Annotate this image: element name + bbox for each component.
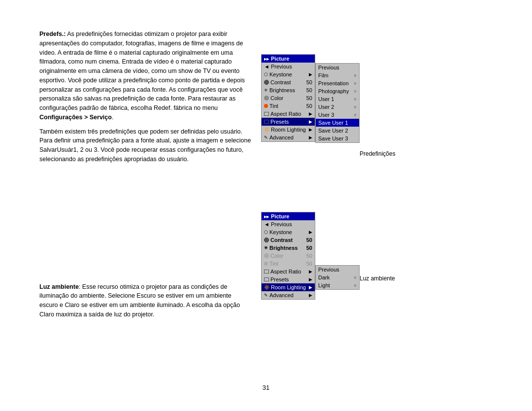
section1-para2: Também existem três predefinições que po…: [39, 127, 251, 164]
submenu1-item-photography[interactable]: Photography ○: [316, 87, 359, 95]
menu2-container: ▸▸ Picture ◄ Previous ⬡ Keystone ▶ Contr…: [261, 212, 360, 300]
menu1-item-keystone[interactable]: ⬡ Keystone ▶: [262, 70, 315, 78]
menu2-main[interactable]: ▸▸ Picture ◄ Previous ⬡ Keystone ▶ Contr…: [261, 212, 315, 300]
menu1-item-tint[interactable]: Tint 50: [262, 102, 315, 110]
menu2-item-aspect[interactable]: Aspect Ratio ▶: [262, 268, 315, 275]
section2-text: Luz ambiente: Esse recurso otimiza o pro…: [39, 282, 251, 319]
section1-menu-bold: Configurações > Serviço: [39, 114, 112, 121]
menu1-item-brightness[interactable]: ✳ Brightness 50: [262, 86, 315, 94]
page-number: 31: [263, 384, 269, 391]
section2-bold: Luz ambiente: [39, 283, 79, 290]
submenu2-item-previous[interactable]: Previous: [316, 266, 359, 274]
menu2-item-presets[interactable]: Presets ▶: [262, 275, 315, 283]
submenu1-item-user1[interactable]: User 1 ○: [316, 95, 359, 103]
submenu1-item-saveuser2[interactable]: Save User 2: [316, 127, 359, 135]
section1-bold1: Predefs.:: [39, 31, 66, 37]
menu1-area: ▸▸ Picture ◄ Previous ⬡ Keystone ▶ Contr…: [261, 54, 360, 143]
menu1-item-roomlighting[interactable]: 🔆 Room Lighting ▶: [262, 126, 315, 134]
submenu1-item-user3[interactable]: User 3 ○: [316, 111, 359, 119]
menu1-item-contrast[interactable]: Contrast 50: [262, 78, 315, 86]
menu1-main[interactable]: ▸▸ Picture ◄ Previous ⬡ Keystone ▶ Contr…: [261, 54, 315, 142]
submenu1-item-saveuser3[interactable]: Save User 3: [316, 135, 359, 142]
menu2-item-brightness[interactable]: ✳ Brightness 50: [262, 244, 315, 252]
menu2-item-color: Color 50: [262, 252, 315, 260]
submenu1-item-film[interactable]: Film ○: [316, 71, 359, 79]
menu2-item-previous[interactable]: ◄ Previous: [262, 220, 315, 228]
menu2-item-roomlighting[interactable]: 🔆 Room Lighting ▶: [262, 283, 315, 291]
menu2-item-advanced[interactable]: ✎ Advanced ▶: [262, 291, 315, 299]
menu1-item-color[interactable]: Color 50: [262, 94, 315, 102]
submenu1-item-user2[interactable]: User 2 ○: [316, 103, 359, 111]
menu2-title: ▸▸ Picture: [262, 212, 315, 220]
menu1-container: ▸▸ Picture ◄ Previous ⬡ Keystone ▶ Contr…: [261, 54, 360, 143]
menu2-item-tint: Tint 50: [262, 260, 315, 268]
menu1-item-aspect[interactable]: Aspect Ratio ▶: [262, 110, 315, 118]
menu2-area: ▸▸ Picture ◄ Previous ⬡ Keystone ▶ Contr…: [261, 212, 360, 300]
submenu2-item-dark[interactable]: Dark ○: [316, 274, 359, 281]
submenu2-item-light[interactable]: Light ○: [316, 281, 359, 289]
label-predef: Predefinições: [360, 150, 396, 157]
menu2-item-contrast[interactable]: Contrast 50: [262, 236, 315, 244]
submenu1-item-presentation[interactable]: Presentation ○: [316, 79, 359, 87]
menu2-submenu: Previous Dark ○ Light ○: [315, 265, 360, 290]
submenu1-item-previous[interactable]: Previous: [316, 64, 359, 71]
menu1-item-presets[interactable]: Presets ▶: [262, 118, 315, 126]
label-luz: Luz ambiente: [360, 275, 395, 282]
menu1-title: ▸▸ Picture: [262, 55, 315, 63]
menu1-item-advanced[interactable]: ✎ Advanced ▶: [262, 134, 315, 141]
submenu1-item-saveuser1[interactable]: Save User 1: [316, 119, 359, 127]
menu1-item-previous[interactable]: ◄ Previous: [262, 63, 315, 70]
menu1-submenu: Previous Film ○ Presentation ○ Photograp…: [315, 63, 360, 143]
section1-text: Predefs.: As predefinições fornecidas ot…: [39, 30, 251, 164]
menu2-item-keystone[interactable]: ⬡ Keystone ▶: [262, 228, 315, 236]
